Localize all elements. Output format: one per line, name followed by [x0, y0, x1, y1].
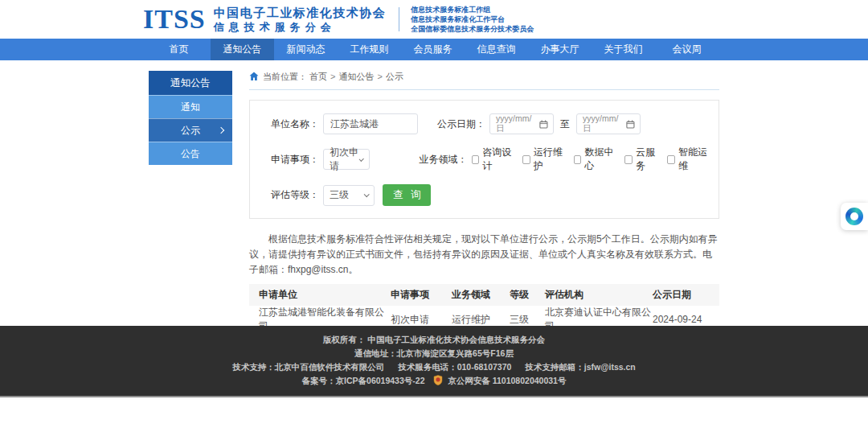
col-publicity-date: 公示日期	[653, 284, 719, 306]
breadcrumb-label: 当前位置：	[263, 71, 307, 83]
domain-checkbox-datacenter[interactable]: 数据中心	[574, 146, 618, 173]
nav-item-rules[interactable]: 工作规则	[338, 39, 401, 60]
footer-record-line: 备案号：京ICP备06019433号-22 京公网安备 110108020400…	[0, 374, 868, 388]
domain-checkbox-label: 运行维护	[534, 146, 567, 173]
header-taglines: 信息技术服务标准工作组 信息技术服务标准化工作平台 全国信标委信息技术服务分技术…	[411, 5, 534, 34]
domain-checkbox-intelligent-ops[interactable]: 智能运维	[667, 146, 711, 173]
level-value: 三级	[330, 188, 349, 202]
sidebar-item-label: 公示	[181, 125, 200, 136]
nav-item-info-query[interactable]: 信息查询	[465, 39, 528, 60]
search-form: 单位名称： 公示日期： yyyy/mm/日 至 yyyy/mm/日	[249, 100, 719, 219]
domain-checkbox-label: 数据中心	[584, 146, 617, 173]
org-name-line2: 信息技术服务分会	[214, 20, 387, 34]
domain-checkbox-cloud[interactable]: 云服务	[624, 146, 660, 173]
apply-item-value: 初次申请	[330, 146, 359, 173]
breadcrumb-home-link[interactable]: 首页	[309, 71, 327, 83]
footer-support-email: 技术支持邮箱：jsfw@itss.cn	[525, 362, 635, 372]
main-nav: 首页 通知公告 新闻动态 工作规则 会员服务 信息查询 办事大厅 关于我们 会议…	[0, 39, 868, 60]
domain-checkbox-consulting[interactable]: 咨询设计	[472, 146, 516, 173]
floating-widget[interactable]	[841, 203, 868, 230]
apply-item-select[interactable]: 初次申请	[323, 149, 370, 170]
nav-item-about-us[interactable]: 关于我们	[592, 39, 655, 60]
col-assessment-org: 评估机构	[545, 284, 653, 306]
org-name: 中国电子工业标准化技术协会 信息技术服务分会	[214, 5, 387, 34]
domain-checkbox-label: 咨询设计	[482, 146, 515, 173]
checkbox-icon[interactable]	[522, 155, 530, 164]
form-row-3: 评估等级： 三级 查 询	[271, 184, 719, 206]
domain-checkbox-operation[interactable]: 运行维护	[522, 146, 567, 173]
publicity-notice-text: 根据信息技术服务标准符合性评估相关规定，现对以下单位进行公示，公示期5个工作日。…	[249, 232, 719, 278]
footer-address: 通信地址：北京市海淀区复兴路65号F16层	[0, 347, 868, 360]
unit-name-input[interactable]	[323, 113, 418, 134]
sidebar-item-notice[interactable]: 通知	[149, 95, 232, 118]
checkbox-icon[interactable]	[574, 155, 582, 164]
main-content: 当前位置： 首页 > 通知公告 > 公示 单位名称： 公示日期： yyyy/mm…	[249, 71, 719, 367]
breadcrumb-current: 公示	[386, 71, 403, 83]
tagline-1: 信息技术服务标准工作组	[411, 5, 534, 14]
col-apply-item: 申请事项	[391, 284, 452, 306]
breadcrumb-divider	[249, 89, 719, 90]
logo-block: ITSS 中国电子工业标准化技术协会 信息技术服务分会 信息技术服务标准工作组 …	[143, 5, 534, 34]
nav-menu: 首页 通知公告 新闻动态 工作规则 会员服务 信息查询 办事大厅 关于我们 会议…	[147, 39, 868, 60]
police-badge-icon	[433, 375, 443, 385]
nav-item-membership[interactable]: 会员服务	[401, 39, 465, 60]
nav-item-conference-week[interactable]: 会议周	[655, 39, 719, 60]
home-icon	[249, 72, 259, 81]
col-level: 等级	[510, 284, 545, 306]
date-placeholder: yyyy/mm/日	[496, 113, 539, 134]
checkbox-icon[interactable]	[667, 155, 675, 164]
assessment-level-label: 评估等级：	[271, 188, 319, 202]
nav-item-news[interactable]: 新闻动态	[274, 39, 338, 60]
breadcrumb-separator: >	[330, 72, 335, 81]
date-start-input[interactable]: yyyy/mm/日	[489, 113, 554, 134]
site-footer: 版权所有： 中国电子工业标准化技术协会信息技术服务分会 通信地址：北京市海淀区复…	[0, 326, 868, 397]
footer-police-record: 京公网安备 11010802040031号	[448, 376, 566, 385]
footer-service-phone: 技术服务电话：010-68107370	[398, 362, 511, 372]
unit-name-label: 单位名称：	[271, 117, 319, 131]
col-apply-unit: 申请单位	[249, 284, 391, 306]
itss-logo: ITSS	[143, 5, 206, 34]
sidebar-item-publicity[interactable]: 公示	[149, 118, 232, 142]
calendar-icon	[626, 120, 635, 129]
org-name-line1: 中国电子工业标准化技术协会	[214, 5, 387, 20]
checkbox-icon[interactable]	[624, 155, 633, 164]
sidebar-title[interactable]: 通知公告	[149, 71, 232, 95]
tagline-3: 全国信标委信息技术服务分技术委员会	[411, 24, 534, 34]
footer-icp-number: 备案号：京ICP备06019433号-22	[302, 376, 425, 385]
date-end-input[interactable]: yyyy/mm/日	[576, 113, 641, 134]
form-row-1: 单位名称： 公示日期： yyyy/mm/日 至 yyyy/mm/日	[271, 113, 719, 134]
nav-item-service-hall[interactable]: 办事大厅	[528, 39, 592, 60]
breadcrumb-separator: >	[377, 72, 382, 81]
footer-tech-support: 技术支持：北京中百信软件技术有限公司	[232, 362, 384, 372]
nav-item-notices[interactable]: 通知公告	[211, 39, 274, 60]
footer-support-line: 技术支持：北京中百信软件技术有限公司 技术服务电话：010-68107370 技…	[0, 360, 868, 374]
header-divider	[399, 7, 399, 31]
sidebar: 通知公告 通知 公示 公告	[149, 71, 232, 165]
date-placeholder: yyyy/mm/日	[583, 113, 626, 134]
nav-item-home[interactable]: 首页	[147, 39, 211, 60]
site-header: ITSS 中国电子工业标准化技术协会 信息技术服务分会 信息技术服务标准工作组 …	[0, 0, 868, 39]
checkbox-icon[interactable]	[472, 155, 480, 164]
form-row-2: 申请事项： 初次申请 业务领域： 咨询设计 运行维护 数据中心 云服务	[271, 146, 719, 173]
sidebar-item-announcement[interactable]: 公告	[149, 142, 232, 165]
footer-copyright: 版权所有： 中国电子工业标准化技术协会信息技术服务分会	[0, 333, 868, 347]
domain-checkbox-label: 云服务	[636, 146, 661, 173]
extension-swirl-icon	[845, 208, 863, 225]
publicity-date-label: 公示日期：	[437, 117, 485, 131]
domain-checkbox-label: 智能运维	[678, 146, 711, 173]
col-business-domain: 业务领域	[452, 284, 510, 306]
apply-item-label: 申请事项：	[271, 153, 319, 167]
search-button[interactable]: 查 询	[383, 184, 431, 206]
date-range-to: 至	[560, 117, 570, 131]
chevron-down-icon	[364, 191, 370, 197]
breadcrumb: 当前位置： 首页 > 通知公告 > 公示	[249, 71, 719, 82]
table-header-row: 申请单位 申请事项 业务领域 等级 评估机构 公示日期	[249, 284, 719, 306]
tagline-2: 信息技术服务标准化工作平台	[411, 14, 534, 24]
calendar-icon	[539, 120, 548, 129]
level-select[interactable]: 三级	[323, 185, 375, 206]
chevron-down-icon	[359, 156, 364, 161]
chevron-right-icon	[218, 127, 224, 134]
breadcrumb-notices-link[interactable]: 通知公告	[338, 71, 374, 83]
business-domain-label: 业务领域：	[420, 153, 468, 167]
